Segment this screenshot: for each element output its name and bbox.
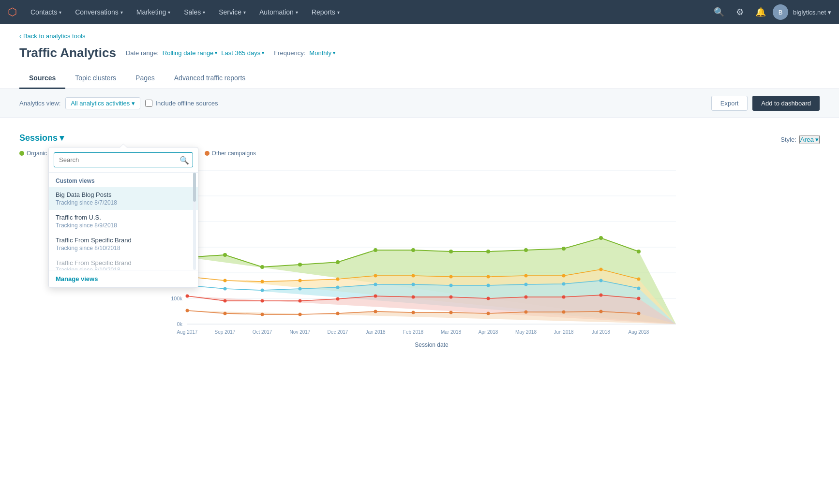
back-link[interactable]: Back to analytics tools: [19, 32, 86, 40]
svg-point-20: [336, 260, 340, 264]
svg-text:Jun 2018: Jun 2018: [554, 329, 574, 335]
svg-point-25: [524, 248, 528, 252]
chevron-down-icon: ▾: [337, 10, 340, 15]
nav-sales[interactable]: Sales ▾: [178, 0, 211, 24]
dropdown-item-2[interactable]: Traffic From Specific Brand Tracking sin…: [49, 233, 198, 255]
nav-contacts[interactable]: Contacts ▾: [25, 0, 67, 24]
dropdown-item-1[interactable]: Traffic from U.S. Tracking since 8/9/201…: [49, 210, 198, 233]
dropdown-item-sub-2: Tracking since 8/10/2018: [56, 245, 191, 252]
frequency-dropdown[interactable]: Monthly ▾: [309, 49, 335, 57]
dropdown-search-box: 🔍: [49, 148, 198, 173]
metric-selector[interactable]: Sessions ▾: [19, 133, 64, 143]
svg-point-31: [224, 279, 227, 282]
svg-point-81: [524, 311, 528, 314]
tab-sources[interactable]: Sources: [19, 68, 65, 89]
chart-section: 🔍 Custom views Big Data Blog Posts Track…: [0, 118, 839, 370]
tab-advanced-traffic[interactable]: Advanced traffic reports: [165, 68, 255, 89]
page-title: Traffic Analytics: [19, 45, 116, 60]
chevron-down-icon: ▾: [132, 100, 135, 107]
page: Back to analytics tools Traffic Analytic…: [0, 24, 839, 504]
nav-reports[interactable]: Reports ▾: [306, 0, 345, 24]
analytics-view-dropdown[interactable]: All analytics activities ▾: [65, 97, 140, 109]
svg-point-82: [562, 311, 566, 314]
dropdown-item-sub-1: Tracking since 8/9/2018: [56, 222, 191, 229]
nav-service[interactable]: Service ▾: [213, 0, 252, 24]
svg-point-23: [449, 250, 453, 253]
date-range-filter: Date range: Rolling date range ▾ Last 36…: [126, 49, 264, 57]
svg-point-54: [562, 282, 566, 286]
svg-text:Session date: Session date: [415, 341, 449, 348]
chevron-down-icon: ▾: [333, 50, 335, 56]
svg-point-59: [224, 299, 227, 303]
legend-dot-other-campaigns: [205, 151, 210, 156]
date-range-label: Date range:: [126, 49, 159, 57]
nav-automation[interactable]: Automation ▾: [254, 0, 304, 24]
svg-point-62: [336, 297, 340, 301]
svg-point-80: [487, 312, 490, 315]
date-range-type-dropdown[interactable]: Rolling date range ▾: [163, 49, 218, 57]
svg-point-67: [524, 296, 528, 299]
svg-point-47: [299, 287, 302, 291]
svg-text:Sep 2017: Sep 2017: [215, 329, 236, 335]
chart-style-selector: Style: Area ▾: [780, 135, 820, 144]
tab-pages[interactable]: Pages: [126, 68, 165, 89]
svg-point-28: [637, 250, 641, 253]
tabs-bar: Sources Topic clusters Pages Advanced tr…: [0, 68, 839, 89]
navbar: ⬡ Contacts ▾ Conversations ▾ Marketing ▾…: [0, 0, 839, 24]
date-period-dropdown[interactable]: Last 365 days ▾: [221, 49, 264, 57]
dropdown-item-sub-0: Tracking since 8/7/2018: [56, 199, 191, 206]
svg-point-66: [487, 297, 490, 300]
svg-point-69: [599, 294, 603, 297]
scroll-indicator: [193, 173, 196, 270]
add-to-dashboard-button[interactable]: Add to dashboard: [752, 96, 820, 111]
export-button[interactable]: Export: [711, 96, 748, 111]
svg-point-78: [412, 311, 415, 314]
account-menu[interactable]: biglytics.net ▾: [793, 9, 831, 16]
svg-point-26: [562, 247, 566, 251]
svg-point-60: [261, 299, 264, 303]
svg-point-65: [449, 296, 453, 299]
chevron-down-icon: ▾: [243, 10, 246, 15]
svg-point-19: [298, 263, 302, 267]
legend-other-campaigns: Other campaigns: [205, 150, 256, 157]
svg-point-18: [260, 265, 264, 269]
svg-text:Dec 2017: Dec 2017: [328, 329, 348, 335]
svg-point-37: [449, 275, 453, 279]
svg-point-21: [374, 248, 377, 252]
avatar[interactable]: B: [773, 4, 788, 20]
dropdown-scroll-area[interactable]: Custom views Big Data Blog Posts Trackin…: [49, 173, 198, 270]
search-input[interactable]: [54, 152, 193, 167]
chart-style-dropdown[interactable]: Area ▾: [799, 135, 820, 144]
svg-point-76: [336, 312, 340, 315]
offline-sources-checkbox[interactable]: [145, 100, 152, 107]
search-icon[interactable]: 🔍: [180, 155, 189, 164]
notification-icon[interactable]: 🔔: [750, 7, 771, 17]
svg-text:Jan 2018: Jan 2018: [365, 329, 386, 335]
nav-marketing[interactable]: Marketing ▾: [131, 0, 176, 24]
manage-views-link[interactable]: Manage views: [49, 270, 198, 287]
breadcrumb: Back to analytics tools: [0, 24, 839, 44]
dropdown-item-0[interactable]: Big Data Blog Posts Tracking since 8/7/2…: [49, 187, 198, 210]
nav-conversations[interactable]: Conversations ▾: [69, 0, 129, 24]
svg-text:Jul 2018: Jul 2018: [592, 329, 610, 335]
chevron-down-icon: ▾: [815, 136, 819, 143]
offline-sources-checkbox-label[interactable]: Include offline sources: [145, 100, 218, 107]
svg-point-70: [637, 297, 641, 300]
search-icon[interactable]: 🔍: [709, 7, 729, 17]
analytics-view-label: Analytics view:: [19, 100, 60, 107]
chevron-down-icon: ▾: [262, 50, 264, 56]
hubspot-logo: ⬡: [8, 6, 17, 18]
analytics-bar: Analytics view: All analytics activities…: [0, 89, 839, 118]
svg-point-46: [261, 289, 264, 292]
svg-point-35: [374, 274, 377, 278]
dropdown-item-title-0: Big Data Blog Posts: [56, 191, 191, 198]
svg-text:Aug 2017: Aug 2017: [177, 329, 198, 335]
chevron-down-icon: ▾: [60, 133, 64, 143]
tab-topic-clusters[interactable]: Topic clusters: [65, 68, 126, 89]
svg-text:Nov 2017: Nov 2017: [290, 329, 311, 335]
svg-point-45: [224, 287, 227, 291]
gear-icon[interactable]: ⚙: [731, 7, 749, 17]
svg-point-38: [487, 275, 490, 279]
svg-point-61: [299, 299, 302, 303]
svg-point-68: [562, 296, 566, 299]
